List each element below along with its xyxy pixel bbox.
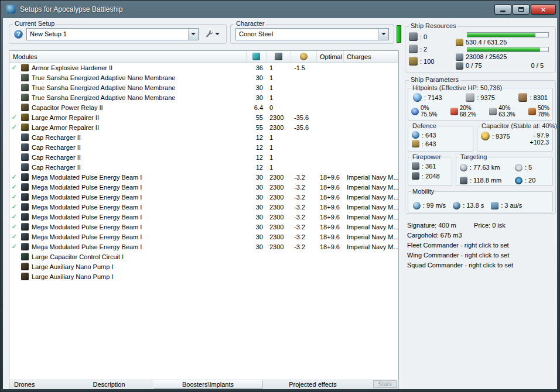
volley-icon xyxy=(412,172,419,180)
module-row[interactable]: ✓ Large Armor Repairer II 55 2300 -35.6 xyxy=(9,112,398,122)
module-row[interactable]: Cap Recharger II 12 1 xyxy=(9,152,398,162)
active-check-icon: ✓ xyxy=(9,213,19,221)
column-charges[interactable]: Charges xyxy=(343,51,398,62)
module-name: True Sansha Energized Adaptive Nano Memb… xyxy=(30,74,246,81)
targeting-range-value: : 77.63 km xyxy=(470,164,500,171)
module-optimal-value: 18+9.6 xyxy=(316,194,343,201)
module-icon xyxy=(19,133,30,141)
window-title: Setups for Apocalypse Battleship xyxy=(20,5,122,13)
module-row[interactable]: True Sansha Energized Adaptive Nano Memb… xyxy=(9,73,398,82)
module-cap-value: -3.2 xyxy=(291,194,316,201)
module-row[interactable]: ✓ Mega Modulated Pulse Energy Beam I 30 … xyxy=(9,242,398,252)
drone-count-value: 0 / 5 xyxy=(531,62,544,69)
module-optimal-value: 18+9.6 xyxy=(316,243,343,250)
active-check-icon: ✓ xyxy=(9,203,19,211)
capacitor-icon xyxy=(481,132,490,140)
character-dropdown-button[interactable] xyxy=(378,29,388,40)
tab-boosters-implants[interactable]: Boosters\Implants xyxy=(153,380,262,388)
help-icon[interactable]: ? xyxy=(14,30,23,39)
module-cpu-value: 30 xyxy=(246,204,266,211)
module-row[interactable]: ✓ Mega Modulated Pulse Energy Beam I 30 … xyxy=(9,192,398,202)
drone-bandwidth-value: 0 / 75 xyxy=(466,62,482,69)
module-name: Mega Modulated Pulse Energy Beam I xyxy=(30,243,246,250)
module-row[interactable]: ✓ Large Armor Repairer II 55 2300 -35.6 xyxy=(9,122,398,132)
modules-table-header: Modules Optimal Charges xyxy=(9,51,398,63)
column-optimal[interactable]: Optimal xyxy=(316,51,343,62)
module-cpu-value: 12 xyxy=(246,164,266,171)
module-icon xyxy=(19,253,30,260)
module-row[interactable]: Large Auxiliary Nano Pump I xyxy=(9,271,398,281)
module-optimal-value: 18+9.6 xyxy=(316,233,343,240)
cargohold-value: Cargohold: 675 m3 xyxy=(407,231,554,240)
module-cpu-value: 12 xyxy=(246,154,266,161)
powergrid-bar xyxy=(467,47,549,52)
current-setup-group: Current Setup ? New Setup 1 xyxy=(9,24,227,44)
character-select[interactable]: Conor Steel xyxy=(235,28,389,40)
module-row[interactable]: ✓ Mega Modulated Pulse Energy Beam I 30 … xyxy=(9,202,398,212)
setup-tools-button[interactable] xyxy=(202,28,221,40)
tab-projected-effects[interactable]: Projected effects xyxy=(264,381,362,388)
fleet-commander-hint[interactable]: Fleet Commander - right click to set xyxy=(407,240,554,250)
column-powergrid[interactable] xyxy=(266,51,291,62)
turret-hardpoints-icon xyxy=(409,32,418,41)
app-window: Setups for Apocalypse Battleship × Curre… xyxy=(0,0,560,392)
squad-commander-hint[interactable]: Squad Commander - right click to set xyxy=(407,260,554,270)
scan-resolution-icon xyxy=(460,177,467,184)
maximize-button[interactable] xyxy=(513,4,530,15)
module-row[interactable]: ✓ Armor Explosive Hardener II 36 1 -1.5 xyxy=(9,63,398,73)
module-icon xyxy=(19,74,30,81)
module-icon xyxy=(19,263,30,270)
minimize-button[interactable] xyxy=(494,4,511,15)
module-charges-value: Imperial Navy M... xyxy=(343,243,398,250)
bottom-tab-bar: Drones Description Boosters\Implants Pro… xyxy=(9,379,399,389)
module-row[interactable]: ✓ Mega Modulated Pulse Energy Beam I 30 … xyxy=(9,172,398,182)
wing-commander-hint[interactable]: Wing Commander - right click to set xyxy=(407,250,554,260)
module-row[interactable]: Large Capacitor Control Circuit I xyxy=(9,252,398,262)
module-cpu-value: 12 xyxy=(246,144,266,151)
setup-select[interactable]: New Setup 1 xyxy=(26,28,199,40)
module-name: Large Auxiliary Nano Pump I xyxy=(30,273,246,280)
module-cpu-value: 55 xyxy=(246,114,266,121)
module-row[interactable]: Large Auxiliary Nano Pump I xyxy=(9,262,398,271)
module-cpu-value: 30 xyxy=(246,233,266,240)
column-capacitor[interactable] xyxy=(291,51,316,62)
module-row[interactable]: ✓ Mega Modulated Pulse Energy Beam I 30 … xyxy=(9,222,398,232)
setup-dropdown-button[interactable] xyxy=(188,29,198,40)
module-row[interactable]: True Sansha Energized Adaptive Nano Memb… xyxy=(9,82,398,92)
stats-button-disabled: Stats xyxy=(373,380,397,388)
module-row[interactable]: True Sansha Energized Adaptive Nano Memb… xyxy=(9,92,398,102)
module-cap-value: -35.6 xyxy=(291,124,316,131)
module-row[interactable]: ✓ Mega Modulated Pulse Energy Beam I 30 … xyxy=(9,212,398,222)
module-charges-value: Imperial Navy M... xyxy=(343,174,398,181)
module-powergrid-value: 1 xyxy=(266,74,291,81)
max-targets-icon xyxy=(515,164,523,171)
shield-hp-icon xyxy=(413,93,422,102)
ship-resources-group: Ship Resources : 0 : 2 : 100 530.4 / 631… xyxy=(405,26,556,73)
close-button[interactable]: × xyxy=(531,4,556,15)
module-name: Mega Modulated Pulse Energy Beam I xyxy=(30,233,246,240)
module-row[interactable]: ✓ Mega Modulated Pulse Energy Beam I 30 … xyxy=(9,232,398,242)
tab-description[interactable]: Description xyxy=(66,381,152,388)
module-name: True Sansha Energized Adaptive Nano Memb… xyxy=(30,94,246,101)
module-row[interactable]: Capacitor Power Relay II 6.4 0 xyxy=(9,102,398,112)
warp-speed-value: : 3 au/s xyxy=(501,202,522,209)
module-row[interactable]: ✓ Mega Modulated Pulse Energy Beam I 30 … xyxy=(9,182,398,192)
title-bar[interactable]: Setups for Apocalypse Battleship × xyxy=(1,1,559,18)
speed-icon xyxy=(413,202,421,209)
column-modules[interactable]: Modules xyxy=(9,51,246,62)
column-cpu[interactable] xyxy=(246,51,266,62)
module-row[interactable]: Cap Recharger II 12 1 xyxy=(9,162,398,172)
app-icon xyxy=(6,5,16,14)
character-label: Character xyxy=(234,20,266,27)
active-check-icon: ✓ xyxy=(9,193,19,201)
module-cpu-value: 30 xyxy=(246,243,266,250)
module-icon xyxy=(19,223,30,231)
module-row[interactable]: Cap Recharger II 12 1 xyxy=(9,142,398,152)
tab-drones[interactable]: Drones xyxy=(9,381,66,388)
module-row[interactable]: Cap Recharger II 12 1 xyxy=(9,132,398,142)
module-powergrid-value: 1 xyxy=(266,144,291,151)
module-powergrid-value: 1 xyxy=(266,134,291,141)
module-name: Mega Modulated Pulse Energy Beam I xyxy=(30,184,246,191)
align-time-icon xyxy=(453,202,460,209)
firepower-group: Firepower : 361 : 2048 xyxy=(408,157,452,186)
